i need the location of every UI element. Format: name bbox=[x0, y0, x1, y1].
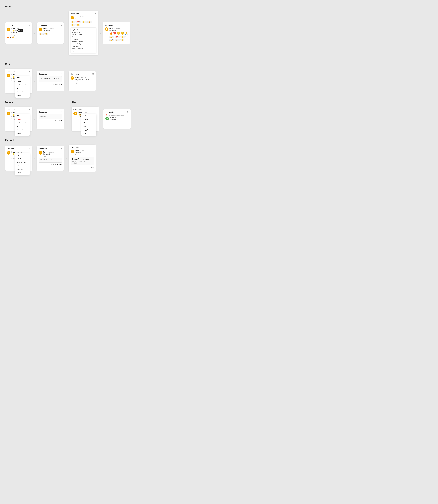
reply-link[interactable]: Reply bbox=[43, 155, 62, 157]
card-header: Comments ✕ bbox=[7, 24, 30, 26]
reply-link[interactable]: Reply bbox=[75, 82, 94, 84]
comment-name: Name bbox=[43, 28, 47, 30]
menu-mark-read[interactable]: Mark as read bbox=[15, 160, 30, 164]
r1[interactable]: 👍1 bbox=[71, 21, 76, 23]
r4[interactable]: 👍1 bbox=[109, 39, 114, 41]
menu-report[interactable]: Report bbox=[15, 171, 30, 174]
context-menu: Edit Delete Mark as read Pin Copy link R… bbox=[15, 114, 30, 136]
edit-input[interactable]: This comment is edited bbox=[39, 76, 62, 82]
r2[interactable]: ❤️1 bbox=[76, 21, 81, 23]
menu-delete[interactable]: Delete bbox=[15, 118, 30, 121]
r3[interactable]: 😄1 bbox=[120, 36, 126, 38]
menu-delete[interactable]: Delete bbox=[81, 118, 96, 121]
undo-button[interactable]: Undo bbox=[53, 120, 57, 121]
card-header: Comments ✕ bbox=[71, 146, 94, 148]
card-header: Comments ✕ bbox=[39, 73, 62, 75]
close-button[interactable]: Close bbox=[90, 167, 94, 168]
menu-mark-read[interactable]: Mark as read bbox=[15, 121, 30, 125]
emoji-icon[interactable]: 😊 bbox=[12, 114, 14, 116]
close-icon[interactable]: ✕ bbox=[60, 111, 62, 113]
menu-pin[interactable]: Pin bbox=[81, 125, 96, 128]
reply-link[interactable]: Reply bbox=[75, 154, 94, 156]
emoji-smile[interactable]: 😊 bbox=[117, 32, 120, 35]
comment-text: Comment bbox=[11, 32, 30, 34]
emoji-heart[interactable]: ❤️ bbox=[113, 32, 116, 35]
reply-link[interactable]: Reply bbox=[11, 34, 30, 35]
comment-body: Name Just Now Comment Reply bbox=[75, 150, 94, 156]
close-icon[interactable]: ✕ bbox=[29, 148, 30, 150]
reaction-smile[interactable]: 😊 bbox=[44, 33, 48, 35]
menu-mark-read[interactable]: Mark as read bbox=[81, 121, 96, 125]
close-icon[interactable]: ✕ bbox=[127, 111, 129, 113]
cancel-button[interactable]: Cancel bbox=[51, 164, 56, 166]
close-icon[interactable]: ✕ bbox=[127, 24, 128, 26]
menu-pin[interactable]: Pin bbox=[15, 164, 30, 168]
close-icon[interactable]: ✕ bbox=[60, 148, 62, 150]
r6[interactable]: 😊 bbox=[120, 39, 124, 41]
right-arrow: › bbox=[66, 157, 67, 160]
emoji-wow[interactable]: 😲 bbox=[121, 32, 124, 35]
close-icon[interactable]: ✕ bbox=[92, 73, 94, 75]
delete-cards-row: Comments ✕ D Name Just Now 😊 ↩ bbox=[5, 107, 64, 131]
r3[interactable]: 😄1 bbox=[82, 21, 87, 23]
emoji-reply[interactable]: ↩ bbox=[10, 36, 11, 38]
menu-delete[interactable]: Delete bbox=[15, 157, 30, 160]
r1[interactable]: 👍1 bbox=[109, 36, 114, 38]
avatar: D bbox=[39, 151, 42, 155]
comment-body: Name Just Now Comment 🔥 ❤️ 😊 😲 🙏 👍1 ❤️1 bbox=[109, 27, 128, 41]
comment-body: Name Just Now Comment bbox=[75, 16, 96, 20]
menu-report[interactable]: Report bbox=[81, 132, 96, 135]
r4[interactable]: 👍1 bbox=[87, 21, 92, 23]
comment-body: Name Just Now Comment bbox=[43, 28, 62, 32]
menu-report[interactable]: Report bbox=[15, 132, 30, 135]
report-input[interactable] bbox=[39, 158, 62, 163]
submit-button[interactable]: Submit bbox=[57, 164, 62, 166]
menu-copy-link[interactable]: Copy link bbox=[81, 128, 96, 132]
close-button[interactable]: Close bbox=[58, 120, 62, 121]
emoji-icon[interactable]: 😊 bbox=[79, 114, 81, 116]
menu-copy-link[interactable]: Copy link bbox=[15, 90, 30, 94]
emoji-fire[interactable]: 🔥 bbox=[7, 36, 9, 38]
close-icon[interactable]: ✕ bbox=[92, 146, 94, 148]
comment-time: Just Now bbox=[80, 150, 86, 152]
menu-report[interactable]: Report bbox=[15, 94, 30, 97]
card-header: Comments ✕ bbox=[74, 109, 97, 111]
close-icon[interactable]: ✕ bbox=[29, 24, 30, 26]
r2[interactable]: ❤️1 bbox=[115, 36, 120, 38]
r6[interactable]: 😊 bbox=[76, 24, 80, 26]
menu-edit[interactable]: Edit bbox=[15, 154, 30, 157]
close-icon[interactable]: ✕ bbox=[60, 73, 62, 75]
comment-meta: Name Just Now React 😊 ↩ ⊙ ··· bbox=[11, 28, 30, 32]
emoji-pray[interactable]: 🙏 bbox=[15, 36, 17, 38]
comment-meta: Name Just Now bbox=[110, 117, 129, 119]
card-header: Comments ✕ bbox=[7, 148, 30, 150]
emoji-icon[interactable]: 😊 bbox=[12, 30, 14, 32]
close-icon[interactable]: ✕ bbox=[29, 70, 30, 73]
emoji-icon[interactable]: 😊 bbox=[12, 153, 14, 155]
close-icon[interactable]: ✕ bbox=[95, 13, 96, 15]
save-button[interactable]: Save bbox=[59, 83, 62, 85]
menu-edit[interactable]: Edit bbox=[81, 114, 96, 118]
menu-mark-read[interactable]: Mark as read bbox=[15, 83, 30, 87]
menu-delete[interactable]: Delete bbox=[15, 80, 30, 83]
close-icon[interactable]: ✕ bbox=[29, 109, 30, 111]
r5[interactable]: 👍1 bbox=[115, 39, 120, 41]
reaction-thumbsup[interactable]: 👍 1 bbox=[39, 33, 44, 35]
menu-pin[interactable]: Pin bbox=[15, 87, 30, 90]
reply-icon[interactable]: ↩ bbox=[15, 30, 17, 32]
card-title: Comments bbox=[105, 111, 114, 113]
emoji-smile[interactable]: 😊 bbox=[12, 36, 14, 38]
menu-edit[interactable]: Edit bbox=[15, 114, 30, 118]
emoji-fire[interactable]: 🔥 bbox=[109, 32, 113, 35]
emoji-icon[interactable]: 😊 bbox=[12, 76, 14, 78]
menu-pin[interactable]: Pin bbox=[15, 125, 30, 128]
close-icon[interactable]: ✕ bbox=[95, 109, 97, 111]
menu-copy-link[interactable]: Copy link bbox=[15, 128, 30, 132]
menu-edit[interactable]: Edit bbox=[15, 76, 30, 80]
cancel-button[interactable]: Cancel bbox=[53, 83, 58, 85]
emoji-pray[interactable]: 🙏 bbox=[125, 32, 128, 35]
close-icon[interactable]: ✕ bbox=[60, 24, 62, 26]
r5[interactable]: 👍1 bbox=[71, 24, 76, 26]
context-menu: Edit Delete Mark as read Pin Copy link R… bbox=[81, 114, 96, 136]
menu-copy-link[interactable]: Copy link bbox=[15, 168, 30, 171]
